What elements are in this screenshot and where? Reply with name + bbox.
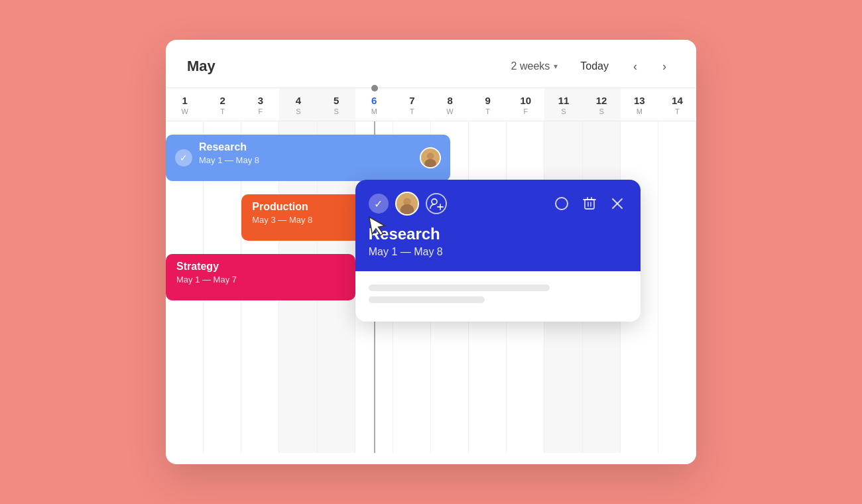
svg-point-1 — [426, 153, 434, 160]
day-name-2: T — [220, 107, 225, 115]
prev-button[interactable]: ‹ — [625, 56, 646, 77]
calendar-header: May 2 weeks ▾ Today ‹ › — [166, 40, 696, 88]
day-col-8: 8 W — [431, 88, 469, 121]
day-col-11: 11 S — [544, 88, 582, 121]
popup-body — [355, 271, 641, 322]
day-num-8: 8 — [447, 95, 452, 106]
day-name-9: T — [485, 107, 490, 115]
day-col-9: 9 T — [469, 88, 507, 121]
day-col-10: 10 F — [507, 88, 544, 121]
popup-dates: May 1 — May 8 — [369, 246, 627, 258]
svg-point-2 — [424, 159, 436, 168]
day-name-5: S — [334, 107, 338, 115]
check-icon: ✓ — [374, 198, 383, 210]
popup-header-top: ✓ — [369, 192, 627, 216]
days-header: 1 W 2 T 3 F 4 S 5 S 6 M 7 T — [166, 88, 696, 121]
task-popup: ✓ — [355, 180, 641, 322]
day-num-9: 9 — [485, 95, 491, 106]
next-button[interactable]: › — [654, 56, 675, 77]
add-user-button[interactable] — [426, 193, 447, 214]
day-num-11: 11 — [558, 95, 570, 106]
day-col-12: 12 S — [583, 88, 621, 121]
day-name-14: T — [675, 107, 680, 115]
today-line — [374, 88, 375, 121]
day-name-3: F — [258, 107, 263, 115]
view-selector[interactable]: 2 weeks ▾ — [505, 56, 565, 76]
today-dot — [371, 85, 378, 92]
day-name-11: S — [561, 107, 566, 115]
grid-col-14 — [658, 121, 696, 453]
research-title: Research — [199, 141, 440, 153]
view-label: 2 weeks — [511, 60, 550, 72]
day-num-10: 10 — [521, 95, 532, 106]
strategy-dates: May 1 — May 7 — [176, 275, 345, 284]
day-col-1: 1 W — [166, 88, 204, 121]
day-num-12: 12 — [596, 95, 607, 106]
close-button[interactable] — [607, 194, 627, 214]
day-col-4: 4 S — [279, 88, 317, 121]
popup-check-button[interactable]: ✓ — [369, 194, 389, 214]
day-name-1: W — [181, 107, 188, 115]
today-button[interactable]: Today — [572, 56, 617, 76]
research-avatar — [420, 147, 441, 168]
day-num-14: 14 — [672, 95, 683, 106]
day-num-4: 4 — [296, 95, 301, 106]
day-num-3: 3 — [258, 95, 263, 106]
calendar-container: May 2 weeks ▾ Today ‹ › 1 W 2 T 3 F 4 S — [166, 40, 696, 464]
day-col-3: 3 F — [241, 88, 279, 121]
day-name-7: T — [410, 107, 414, 115]
day-num-7: 7 — [409, 95, 414, 106]
day-name-4: S — [296, 107, 300, 115]
month-label: May — [187, 58, 505, 75]
popup-avatar — [395, 192, 419, 216]
svg-rect-10 — [585, 200, 594, 209]
day-num-1: 1 — [182, 95, 187, 106]
calendar-body: ✓ Research May 1 — May 8 Production May … — [166, 121, 696, 453]
day-col-7: 7 T — [393, 88, 431, 121]
day-col-14: 14 T — [658, 88, 696, 121]
task-strategy[interactable]: Strategy May 1 — May 7 — [166, 254, 355, 300]
circle-button[interactable] — [552, 194, 572, 214]
day-col-2: 2 T — [204, 88, 241, 121]
chevron-down-icon: ▾ — [554, 62, 558, 71]
popup-header: ✓ — [355, 180, 641, 271]
day-col-13: 13 M — [621, 88, 658, 121]
day-num-2: 2 — [220, 95, 225, 106]
day-col-6: 6 M — [355, 88, 393, 121]
day-col-5: 5 S — [318, 88, 355, 121]
popup-title: Research — [369, 225, 627, 243]
svg-point-6 — [432, 199, 437, 204]
popup-text-line-1 — [369, 284, 550, 291]
header-controls: 2 weeks ▾ Today ‹ › — [505, 56, 675, 77]
day-num-5: 5 — [334, 95, 339, 106]
trash-button[interactable] — [580, 194, 599, 214]
day-name-10: F — [523, 107, 528, 115]
task-research[interactable]: ✓ Research May 1 — May 8 — [166, 135, 450, 181]
day-name-12: S — [599, 107, 603, 115]
research-dates: May 1 — May 8 — [199, 155, 440, 165]
svg-point-9 — [556, 198, 568, 210]
day-num-13: 13 — [634, 95, 645, 106]
strategy-title: Strategy — [176, 261, 345, 273]
popup-text-line-2 — [369, 296, 485, 303]
day-name-8: W — [446, 107, 453, 115]
popup-actions — [552, 194, 627, 214]
day-name-13: M — [637, 107, 643, 115]
research-check-icon: ✓ — [175, 149, 192, 166]
